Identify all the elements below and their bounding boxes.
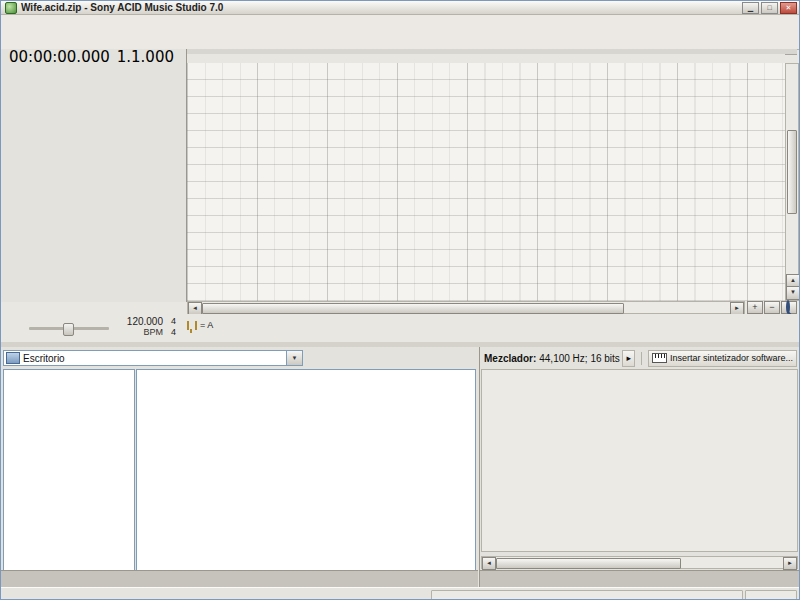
magnifier-icon [786, 300, 790, 314]
address-combo[interactable]: Escritorio ▼ [3, 350, 303, 366]
address-value: Escritorio [23, 353, 286, 364]
mixer-header: Mezclador: 44,100 Hz; 16 bits ▸ Insertar… [484, 349, 797, 367]
menu-bar [1, 15, 799, 32]
time-signature-bottom: 4 [171, 327, 176, 338]
window-dock: Escritorio ▼ Mezclador: 44,100 Hz; 16 bi… [1, 347, 799, 599]
minimize-button[interactable]: ▁ [742, 2, 759, 14]
tuning-fork-icon [187, 321, 197, 330]
project-key[interactable]: = A [187, 320, 213, 330]
left-dock-tabs [1, 570, 478, 588]
mixer-panel: Mezclador: 44,100 Hz; 16 bits ▸ Insertar… [479, 347, 799, 599]
desktop-icon [6, 352, 20, 364]
right-dock-tabs [480, 570, 799, 588]
mixer-title: Mezclador: [484, 353, 536, 364]
zoom-out-button[interactable]: − [764, 301, 780, 314]
mixer-scroll-left-button[interactable]: ◄ [482, 557, 496, 570]
mixer-header-separator [641, 352, 642, 365]
timecode-display: 00:00:00.000 [9, 49, 110, 66]
tempo-slider[interactable] [29, 327, 109, 330]
measures-display: 1.1.000 [117, 49, 174, 66]
insert-soft-synth-button[interactable]: Insertar sintetizador software... [648, 350, 797, 367]
close-button[interactable]: ✕ [780, 2, 797, 14]
folder-tree [3, 369, 135, 571]
main-toolbar [1, 31, 799, 50]
mixer-options-button[interactable]: ▸ [622, 350, 635, 367]
mixer-strips [481, 369, 798, 552]
mixer-format: 44,100 Hz; 16 bits [539, 353, 620, 364]
mixer-scrollbar[interactable]: ◄ ► [481, 556, 798, 569]
timeline-zoom-controls: + − [747, 301, 797, 314]
insert-soft-synth-label: Insertar sintetizador software... [670, 353, 793, 363]
vertical-scrollbar-thumb[interactable] [787, 130, 797, 214]
time-signature-top: 4 [171, 316, 176, 327]
tempo-transport-strip: 120.000 BPM 4 4 = A [1, 314, 799, 343]
explorer-toolbar: Escritorio ▼ [3, 349, 476, 367]
time-display: 00:00:00.000 1.1.000 [1, 49, 186, 64]
horizontal-scrollbar[interactable]: ◄ ► [187, 301, 745, 314]
key-value: = A [200, 320, 213, 330]
status-cell [745, 590, 797, 600]
app-icon [5, 2, 17, 14]
time-signature[interactable]: 4 4 [171, 316, 176, 338]
mixer-scrollbar-thumb[interactable] [496, 558, 681, 569]
title-bar[interactable]: Wife.acid.zip - Sony ACID Music Studio 7… [1, 1, 799, 15]
file-list [136, 369, 476, 571]
status-bar [1, 587, 799, 599]
timeline-grid[interactable] [187, 63, 785, 301]
scroll-down-button[interactable]: ▼ [786, 286, 800, 300]
window-controls: ▁ □ ✕ [742, 2, 797, 14]
vertical-scrollbar[interactable]: ▲ ▼ [785, 63, 799, 301]
tempo-readout[interactable]: 120.000 BPM [109, 316, 163, 338]
address-dropdown-arrow[interactable]: ▼ [286, 351, 302, 365]
explorer-body [3, 369, 476, 571]
bpm-label: BPM [109, 327, 163, 338]
horizontal-scrollbar-thumb[interactable] [202, 303, 624, 314]
tempo-slider-thumb[interactable] [63, 323, 74, 336]
mixer-scroll-right-button[interactable]: ► [783, 557, 797, 570]
bpm-value: 120.000 [109, 316, 163, 327]
window-title: Wife.acid.zip - Sony ACID Music Studio 7… [21, 2, 223, 13]
track-list-panel: 00:00:00.000 1.1.000 [1, 49, 187, 302]
explorer-panel: Escritorio ▼ [1, 347, 478, 599]
maximize-button[interactable]: □ [761, 2, 778, 14]
application-window: Wife.acid.zip - Sony ACID Music Studio 7… [0, 0, 800, 600]
piano-icon [652, 353, 667, 363]
status-cell [431, 590, 743, 600]
zoom-tool-button[interactable] [781, 301, 797, 314]
zoom-in-button[interactable]: + [747, 301, 763, 314]
